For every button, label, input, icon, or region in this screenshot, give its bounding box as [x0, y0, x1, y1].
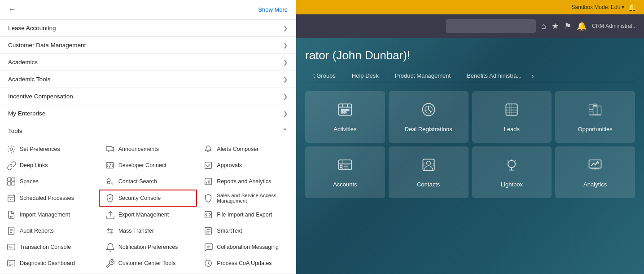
- tools-header[interactable]: Tools ⌃: [0, 122, 296, 139]
- tab-groups[interactable]: t Groups: [305, 70, 344, 82]
- diagnostic-icon: [6, 258, 16, 268]
- chevron-down-icon: ❯: [283, 42, 288, 49]
- svg-rect-5: [12, 178, 15, 181]
- user-label[interactable]: CRM Administrat...: [592, 23, 637, 29]
- home-icon[interactable]: ⌂: [541, 22, 546, 31]
- tool-developer-connect-label: Developer Connect: [118, 162, 166, 168]
- right-panel: Sandbox Mode: Edit ▾ 🔔 ⌂ ★ ⚑ 🔔 CRM Admin…: [296, 0, 644, 274]
- tile-activities[interactable]: Activities: [305, 91, 385, 143]
- tab-product-management[interactable]: Product Management: [387, 70, 459, 82]
- tool-deep-links[interactable]: Deep Links: [0, 157, 99, 173]
- svg-point-0: [10, 148, 12, 150]
- process-coa-icon: [203, 258, 213, 268]
- announcements-icon: [105, 144, 115, 154]
- import-icon: [6, 210, 16, 220]
- tool-set-preferences[interactable]: Set Preferences: [0, 141, 99, 157]
- svg-point-37: [426, 161, 430, 165]
- tool-smarttext[interactable]: SmartText: [197, 223, 296, 239]
- svg-rect-28: [589, 105, 593, 110]
- tool-contact-search[interactable]: Contact Search: [99, 173, 197, 190]
- tool-mass-transfer[interactable]: Mass Transfer: [99, 223, 197, 239]
- tool-spaces-label: Spaces: [20, 178, 39, 185]
- tool-audit-reports[interactable]: Audit Reports: [0, 223, 99, 239]
- show-more-link[interactable]: Show More: [258, 6, 288, 13]
- tool-diagnostic-dashboard[interactable]: Diagnostic Dashboard: [0, 255, 99, 271]
- svg-rect-24: [344, 112, 346, 114]
- bell-icon[interactable]: 🔔: [577, 21, 587, 31]
- accordion-header-academics[interactable]: Academics ❯: [0, 54, 296, 71]
- tools-grid: Set Preferences Announcements: [0, 139, 296, 274]
- tool-scheduled-processes-label: Scheduled Processes: [20, 195, 74, 201]
- accounts-icon: [337, 157, 353, 177]
- tabs-next-arrow[interactable]: ›: [531, 72, 534, 80]
- back-button[interactable]: ←: [8, 5, 16, 14]
- audit-reports-icon: [6, 226, 16, 236]
- tool-approvals[interactable]: Approvals: [197, 157, 296, 173]
- tool-file-import-export[interactable]: File Import and Export: [197, 207, 296, 223]
- tool-customer-center-tools[interactable]: Customer Center Tools: [99, 255, 197, 271]
- collaboration-icon: [203, 242, 213, 252]
- tile-lightbox[interactable]: Lightbox: [472, 146, 552, 198]
- tool-process-coa-updates[interactable]: Process CoA Updates: [197, 255, 296, 271]
- svg-rect-22: [346, 109, 349, 111]
- tile-leads[interactable]: Leads: [472, 91, 552, 143]
- tab-benefits[interactable]: Benefits Administra...: [459, 70, 530, 82]
- accordion-header-academic-tools[interactable]: Academic Tools ❯: [0, 71, 296, 88]
- tool-spaces[interactable]: Spaces: [0, 173, 99, 190]
- tile-accounts[interactable]: Accounts: [305, 146, 385, 198]
- tile-opportunities-label: Opportunities: [578, 126, 612, 133]
- tile-accounts-label: Accounts: [333, 181, 357, 188]
- notification-icon[interactable]: 🔔: [628, 3, 637, 12]
- tool-sales-service-access[interactable]: Sales and Service Access Management: [197, 190, 296, 207]
- tool-customer-center-tools-label: Customer Center Tools: [118, 260, 176, 266]
- tool-announcements[interactable]: Announcements: [99, 141, 197, 157]
- tile-analytics[interactable]: Analytics: [555, 146, 635, 198]
- tool-alerts-composer-label: Alerts Composer: [217, 146, 258, 152]
- accordion-lease-accounting: Lease Accounting ❯: [0, 20, 296, 37]
- accordion-header-lease-accounting[interactable]: Lease Accounting ❯: [0, 20, 296, 36]
- accordion-header-my-enterprise[interactable]: My Enterprise ❯: [0, 105, 296, 122]
- svg-rect-35: [340, 167, 342, 168]
- tile-deal-registrations[interactable]: Deal Registrations: [389, 91, 469, 143]
- star-icon[interactable]: ★: [552, 21, 559, 31]
- tool-developer-connect[interactable]: Developer Connect: [99, 157, 197, 173]
- chevron-down-icon: ❯: [283, 76, 288, 83]
- lightbox-icon: [504, 157, 520, 177]
- spaces-icon: [6, 177, 16, 186]
- tool-security-console[interactable]: Security Console: [99, 190, 197, 207]
- accordion-header-customer-data[interactable]: Customer Data Management ❯: [0, 37, 296, 53]
- tab-help-desk[interactable]: Help Desk: [344, 70, 387, 82]
- accordion-header-incentive[interactable]: Incentive Compensation ❯: [0, 88, 296, 105]
- accordion-label-incentive: Incentive Compensation: [8, 93, 73, 100]
- svg-rect-6: [8, 182, 11, 185]
- tool-security-console-label: Security Console: [118, 195, 161, 201]
- search-bar[interactable]: [446, 19, 536, 33]
- contact-search-icon: [105, 177, 115, 186]
- tool-alerts-composer[interactable]: Alerts Composer: [197, 141, 296, 157]
- sandbox-dropdown-arrow[interactable]: ▾: [622, 4, 624, 10]
- tool-scheduled-processes[interactable]: Scheduled Processes: [0, 190, 99, 207]
- tool-scm-data-dictionary[interactable]: SCM Data Dictionary: [0, 271, 99, 274]
- tile-activities-label: Activities: [333, 126, 356, 133]
- svg-rect-30: [593, 104, 597, 106]
- export-icon: [105, 210, 115, 220]
- tool-collaboration-messaging[interactable]: Collaboration Messaging: [197, 239, 296, 255]
- chevron-down-icon: ❯: [283, 59, 288, 66]
- welcome-text: rator (John Dunbar)!: [305, 49, 635, 62]
- analytics-icon: [587, 157, 603, 177]
- svg-rect-23: [341, 112, 343, 114]
- tool-smarttext-label: SmartText: [217, 228, 242, 234]
- tile-opportunities[interactable]: Opportunities: [555, 91, 635, 143]
- tile-contacts-label: Contacts: [417, 181, 440, 188]
- tool-notification-prefs[interactable]: Notification Preferences: [99, 239, 197, 255]
- svg-rect-34: [340, 165, 342, 166]
- tool-import-management[interactable]: Import Management: [0, 207, 99, 223]
- tile-contacts[interactable]: Contacts: [389, 146, 469, 198]
- chevron-down-icon: ❯: [283, 110, 288, 117]
- tool-transaction-console[interactable]: Transaction Console: [0, 239, 99, 255]
- activities-icon: [337, 102, 353, 121]
- tool-export-management[interactable]: Export Management: [99, 207, 197, 223]
- tool-reports-analytics[interactable]: Reports and Analytics: [197, 173, 296, 190]
- accordion-academics: Academics ❯: [0, 54, 296, 71]
- flag-icon[interactable]: ⚑: [564, 21, 571, 31]
